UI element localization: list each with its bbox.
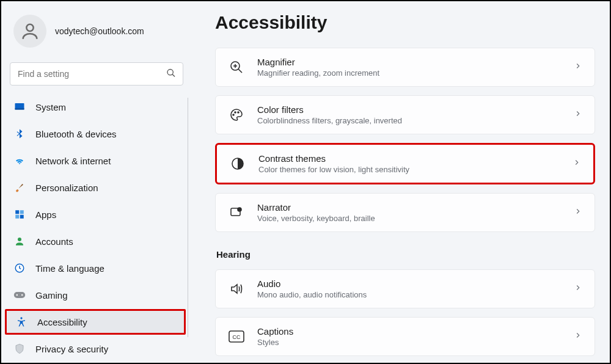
page-title: Accessibility xyxy=(215,12,595,33)
card-subtitle: Voice, verbosity, keyboard, braille xyxy=(257,214,574,223)
card-title: Captions xyxy=(257,326,574,337)
card-title: Magnifier xyxy=(257,57,574,67)
apps-icon xyxy=(13,208,26,220)
nav-item-privacy[interactable]: Privacy & security xyxy=(5,336,186,362)
bluetooth-icon xyxy=(13,128,26,140)
nav-item-apps[interactable]: Apps xyxy=(5,202,186,227)
chevron-right-icon xyxy=(573,158,581,169)
chevron-right-icon xyxy=(574,331,582,342)
captions-icon: CC xyxy=(228,328,245,345)
card-color-filters[interactable]: Color filters Colorblindness filters, gr… xyxy=(215,95,595,134)
nav-label: Apps xyxy=(35,209,56,220)
svg-point-20 xyxy=(235,112,236,113)
card-captions[interactable]: CC Captions Styles xyxy=(215,317,595,356)
card-narrator[interactable]: Narrator Voice, verbosity, keyboard, bra… xyxy=(215,193,595,232)
svg-point-14 xyxy=(20,317,22,319)
card-subtitle: Styles xyxy=(257,338,574,347)
svg-point-13 xyxy=(21,294,23,296)
nav-item-accessibility[interactable]: Accessibility xyxy=(5,309,186,335)
search-icon xyxy=(166,68,176,78)
clock-icon xyxy=(13,262,26,274)
search-input[interactable] xyxy=(10,62,183,86)
card-subtitle: Mono audio, audio notifications xyxy=(257,290,574,299)
nav-label: Bluetooth & devices xyxy=(35,129,117,139)
svg-point-24 xyxy=(238,208,241,211)
search-button[interactable] xyxy=(164,66,178,82)
svg-line-16 xyxy=(238,69,242,73)
account-icon xyxy=(13,235,26,247)
nav-label: Network & internet xyxy=(35,156,111,166)
profile-header[interactable]: vodytech@outlook.com xyxy=(5,9,188,57)
chevron-right-icon xyxy=(574,109,582,120)
svg-rect-6 xyxy=(20,210,24,214)
sidebar: vodytech@outlook.com System xyxy=(1,1,192,363)
nav-item-accounts[interactable]: Accounts xyxy=(5,228,186,254)
svg-rect-4 xyxy=(15,108,24,109)
svg-rect-8 xyxy=(20,215,24,219)
palette-icon xyxy=(228,106,245,123)
chevron-right-icon xyxy=(574,207,582,218)
search-container xyxy=(10,62,183,86)
nav-label: Personalization xyxy=(35,183,98,193)
card-contrast-themes[interactable]: Contrast themes Color themes for low vis… xyxy=(215,143,595,184)
main-content: Accessibility Magnifier Magnifier readin… xyxy=(192,1,610,363)
speaker-icon xyxy=(228,280,245,297)
svg-rect-7 xyxy=(15,215,19,219)
narrator-icon xyxy=(228,204,245,221)
chevron-right-icon xyxy=(574,283,582,294)
wifi-icon xyxy=(13,155,26,167)
accessibility-icon xyxy=(15,316,27,328)
nav-divider xyxy=(188,98,188,337)
svg-rect-5 xyxy=(15,210,19,214)
nav-label: System xyxy=(35,102,66,112)
person-icon xyxy=(20,21,40,42)
nav-item-network[interactable]: Network & internet xyxy=(5,148,186,173)
user-email: vodytech@outlook.com xyxy=(55,26,144,36)
chevron-right-icon xyxy=(574,62,582,73)
settings-card-list: Magnifier Magnifier reading, zoom increm… xyxy=(215,48,595,356)
section-hearing: Hearing xyxy=(216,249,595,260)
card-magnifier[interactable]: Magnifier Magnifier reading, zoom increm… xyxy=(215,48,595,87)
avatar xyxy=(13,15,46,48)
nav-item-gaming[interactable]: Gaming xyxy=(5,282,186,308)
contrast-icon xyxy=(229,155,246,172)
svg-point-19 xyxy=(233,114,234,115)
nav-label: Gaming xyxy=(35,290,68,300)
card-title: Contrast themes xyxy=(258,153,573,164)
card-subtitle: Magnifier reading, zoom increment xyxy=(257,68,574,78)
svg-rect-11 xyxy=(14,292,25,298)
nav-item-bluetooth[interactable]: Bluetooth & devices xyxy=(5,121,186,147)
nav-label: Accounts xyxy=(35,236,73,247)
nav-label: Time & language xyxy=(35,263,104,274)
card-title: Audio xyxy=(257,278,574,289)
svg-point-9 xyxy=(18,238,21,241)
gaming-icon xyxy=(13,289,26,301)
card-title: Color filters xyxy=(257,104,574,115)
svg-point-1 xyxy=(167,70,173,75)
card-audio[interactable]: Audio Mono audio, audio notifications xyxy=(215,269,595,308)
nav-list: System Bluetooth & devices Network & int… xyxy=(5,94,188,362)
svg-line-2 xyxy=(172,75,175,77)
svg-point-12 xyxy=(16,294,18,296)
svg-text:CC: CC xyxy=(233,334,241,340)
nav-item-system[interactable]: System xyxy=(5,94,186,120)
card-subtitle: Color themes for low vision, light sensi… xyxy=(258,165,573,174)
card-subtitle: Colorblindness filters, grayscale, inver… xyxy=(257,116,574,125)
svg-point-0 xyxy=(26,24,33,31)
nav-item-time[interactable]: Time & language xyxy=(5,255,186,281)
shield-icon xyxy=(13,343,26,355)
display-icon xyxy=(13,101,26,113)
nav-item-personalization[interactable]: Personalization xyxy=(5,175,186,200)
brush-icon xyxy=(13,181,26,194)
nav-label: Accessibility xyxy=(37,317,87,327)
magnifier-icon xyxy=(228,59,245,76)
svg-point-21 xyxy=(238,112,239,113)
card-title: Narrator xyxy=(257,202,574,213)
nav-label: Privacy & security xyxy=(35,344,108,354)
